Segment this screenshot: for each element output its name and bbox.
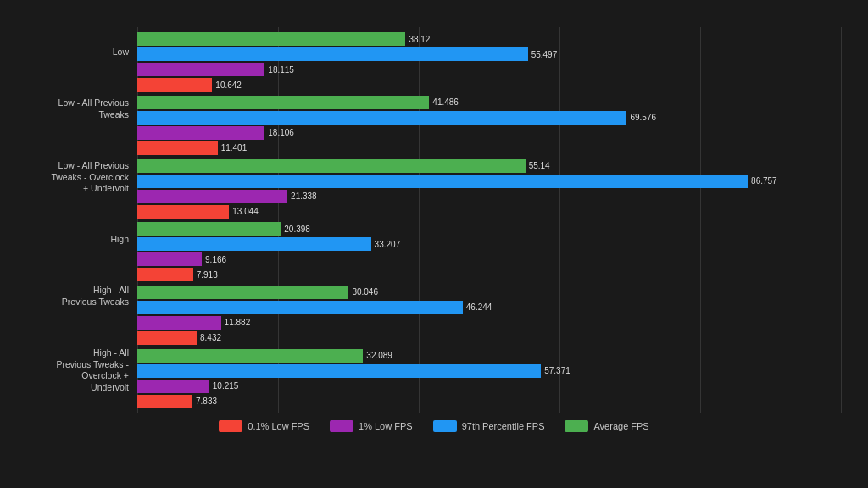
bar-group: 32.08957.37110.2157.833 [137, 349, 841, 408]
bar-value-label: 41.486 [432, 97, 459, 107]
legend-swatch [433, 420, 457, 432]
bar-group: 30.04646.24411.8828.432 [137, 286, 841, 345]
bar-green [137, 159, 526, 173]
row-label: Low [27, 47, 137, 58]
bar-value-label: 32.089 [366, 351, 392, 360]
bar-row: 9.166 [137, 252, 841, 266]
bar-red [137, 268, 193, 281]
bar-red [137, 331, 197, 345]
bar-blue [137, 364, 541, 378]
bar-blue [137, 237, 371, 251]
bar-red [137, 205, 229, 219]
gridline [841, 27, 842, 413]
bar-row: 46.244 [137, 301, 841, 314]
bar-group: 41.48669.57618.10611.401 [137, 96, 841, 155]
bar-value-label: 10.215 [213, 381, 239, 391]
bar-red [137, 395, 192, 408]
labels-col: LowLow - All PreviousTweaksLow - All Pre… [27, 27, 137, 413]
bar-value-label: 55.497 [531, 50, 558, 59]
bar-group: 20.39833.2079.1667.913 [137, 222, 841, 281]
legend-label: 1% Low FPS [359, 421, 413, 431]
row-label: High - AllPrevious Tweaks [27, 285, 137, 308]
bar-value-label: 69.576 [630, 113, 656, 122]
bar-value-label: 13.044 [232, 207, 259, 216]
bar-value-label: 20.398 [284, 225, 310, 234]
bar-value-label: 8.432 [200, 333, 221, 342]
legend: 0.1% Low FPS1% Low FPS97th Percentile FP… [27, 420, 841, 432]
bar-value-label: 9.166 [205, 255, 226, 264]
bar-row: 18.115 [137, 63, 841, 76]
bars-area: 38.1255.49718.11510.64241.48669.57618.10… [137, 27, 841, 413]
bar-row: 55.14 [137, 159, 841, 173]
legend-swatch [565, 420, 588, 432]
bar-value-label: 38.12 [409, 35, 430, 44]
bar-purple [137, 252, 202, 266]
bar-value-label: 11.882 [225, 318, 251, 327]
bar-red [137, 141, 218, 155]
legend-swatch [219, 420, 242, 432]
legend-item: 0.1% Low FPS [219, 420, 309, 432]
legend-item: Average FPS [565, 420, 648, 432]
bar-value-label: 46.244 [466, 302, 492, 312]
bar-row: 18.106 [137, 126, 841, 140]
bar-value-label: 7.833 [196, 396, 217, 406]
bar-group: 38.1255.49718.11510.642 [137, 32, 841, 92]
bar-row: 13.044 [137, 205, 841, 219]
bar-purple [137, 126, 264, 140]
bar-row: 8.432 [137, 331, 841, 345]
bar-value-label: 86.757 [751, 176, 777, 186]
bar-row: 7.913 [137, 268, 841, 281]
bar-blue [137, 301, 463, 314]
bar-purple [137, 63, 264, 76]
bar-row: 20.398 [137, 222, 841, 236]
bar-row: 21.338 [137, 190, 841, 203]
bar-group: 55.1486.75721.33813.044 [137, 159, 841, 219]
bar-blue [137, 111, 626, 125]
bar-row: 33.207 [137, 237, 841, 251]
bar-purple [137, 380, 209, 393]
bar-value-label: 18.106 [268, 128, 294, 137]
row-label: Low - All PreviousTweaks - Overclock+ Un… [27, 160, 137, 195]
bar-value-label: 30.046 [352, 287, 378, 297]
chart-container: LowLow - All PreviousTweaksLow - All Pre… [10, 0, 858, 474]
bar-green [137, 222, 281, 236]
bar-row: 57.371 [137, 364, 841, 378]
legend-label: 97th Percentile FPS [462, 421, 545, 431]
bar-purple [137, 190, 287, 203]
bar-value-label: 7.913 [197, 270, 218, 280]
bar-row: 11.882 [137, 316, 841, 330]
bar-value-label: 33.207 [375, 240, 401, 249]
bar-value-label: 18.115 [268, 65, 294, 75]
row-label: High - AllPrevious Tweaks -Overclock +Un… [27, 347, 137, 394]
bar-row: 69.576 [137, 111, 841, 125]
bar-row: 7.833 [137, 395, 841, 408]
bar-row: 55.497 [137, 47, 841, 61]
legend-item: 1% Low FPS [330, 420, 413, 432]
bar-purple [137, 316, 221, 330]
bar-green [137, 286, 348, 299]
bar-green [137, 32, 405, 46]
bar-row: 11.401 [137, 141, 841, 155]
bar-green [137, 96, 429, 109]
bar-value-label: 10.642 [215, 80, 242, 90]
bar-value-label: 55.14 [529, 161, 550, 170]
bar-blue [137, 47, 528, 61]
bar-blue [137, 175, 748, 188]
bar-value-label: 21.338 [291, 191, 317, 201]
bar-value-label: 11.401 [221, 143, 248, 152]
bar-row: 10.642 [137, 78, 841, 92]
bar-row: 10.215 [137, 380, 841, 393]
row-label: High [27, 234, 137, 246]
legend-label: 0.1% Low FPS [248, 421, 309, 431]
bar-red [137, 78, 212, 92]
bar-row: 86.757 [137, 175, 841, 188]
bar-green [137, 349, 363, 363]
bar-value-label: 57.371 [544, 366, 570, 375]
chart-body: LowLow - All PreviousTweaksLow - All Pre… [27, 27, 841, 413]
row-label: Low - All PreviousTweaks [27, 97, 137, 120]
bar-row: 30.046 [137, 286, 841, 299]
bar-row: 38.12 [137, 32, 841, 46]
legend-swatch [330, 420, 353, 432]
bar-row: 41.486 [137, 96, 841, 109]
bar-row: 32.089 [137, 349, 841, 363]
